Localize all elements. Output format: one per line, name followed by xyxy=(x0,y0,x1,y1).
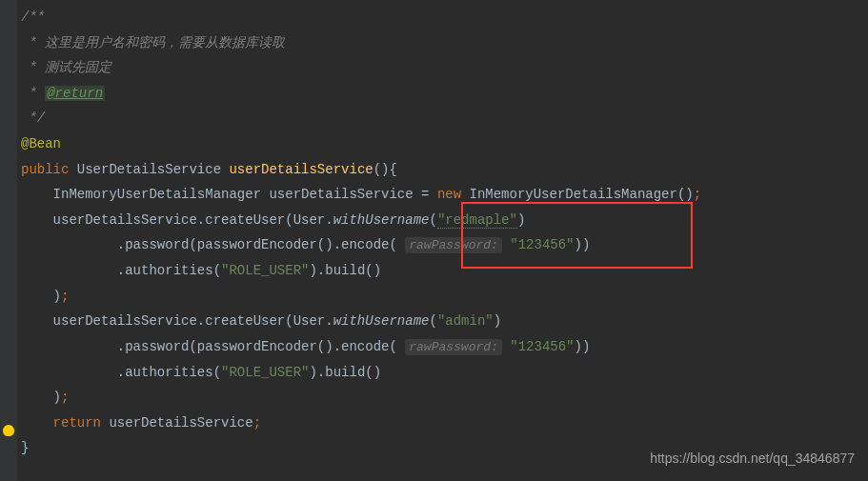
keyword-public: public xyxy=(21,162,77,177)
param-hint: rawPassword: xyxy=(405,339,502,355)
semicolon: ; xyxy=(61,390,69,405)
doccomment-line: * xyxy=(21,86,45,101)
watermark: https://blog.csdn.net/qq_34846877 xyxy=(650,446,855,471)
paren: ( xyxy=(429,212,436,228)
indent xyxy=(21,415,53,431)
string-literal: "admin" xyxy=(437,313,494,329)
semicolon: ; xyxy=(253,415,261,431)
code-text: .password(passwordEncoder().encode( xyxy=(21,237,405,252)
code-text: InMemoryUserDetailsManager userDetailsSe… xyxy=(21,187,437,202)
keyword-return: return xyxy=(53,415,110,431)
string-literal: "123456" xyxy=(510,237,574,252)
paren: ( xyxy=(429,313,436,329)
paren: ) xyxy=(494,313,501,329)
code-text: .password(passwordEncoder().encode( xyxy=(21,339,405,354)
doccomment-line: * 这里是用户名和密码，需要从数据库读取 xyxy=(21,35,285,50)
editor-area[interactable]: /** * 这里是用户名和密码，需要从数据库读取 * 测试先固定 * @retu… xyxy=(0,0,868,461)
code-text: .authorities( xyxy=(21,263,221,278)
keyword-new: new xyxy=(437,187,470,202)
constructor-call: InMemoryUserDetailsManager() xyxy=(469,187,693,202)
code-text: ).build() xyxy=(309,365,381,380)
code-text: ).build() xyxy=(309,263,381,278)
identifier: userDetailsService xyxy=(109,415,252,431)
brace-close: } xyxy=(21,440,29,455)
method-name: userDetailsService xyxy=(229,162,373,177)
return-type: UserDetailsService xyxy=(77,162,230,177)
code-text: userDetailsService.createUser(User. xyxy=(21,313,333,329)
code-text: userDetailsService.createUser(User. xyxy=(21,212,333,228)
string-literal: "redmaple" xyxy=(437,212,517,229)
code-text: ) xyxy=(21,289,61,304)
paren: ) xyxy=(517,212,525,228)
string-literal: "ROLE_USER" xyxy=(221,365,309,380)
string-literal: "ROLE_USER" xyxy=(221,263,309,278)
doccomment-open: /** xyxy=(21,10,45,25)
annotation-bean: @Bean xyxy=(21,136,61,151)
code-text: ) xyxy=(21,390,61,405)
string-literal: "123456" xyxy=(510,339,574,354)
paren: )) xyxy=(575,237,591,252)
static-method: withUsername xyxy=(333,313,430,329)
paren: )) xyxy=(575,339,591,354)
doccomment-close: */ xyxy=(21,110,45,126)
static-method: withUsername xyxy=(333,212,430,228)
param-hint: rawPassword: xyxy=(405,237,502,253)
parens-brace: (){ xyxy=(373,162,397,177)
doctag-return: @return xyxy=(45,86,105,101)
code-text: .authorities( xyxy=(21,365,221,380)
semicolon: ; xyxy=(694,187,701,202)
semicolon: ; xyxy=(61,289,69,304)
doccomment-line: * 测试先固定 xyxy=(21,60,111,75)
